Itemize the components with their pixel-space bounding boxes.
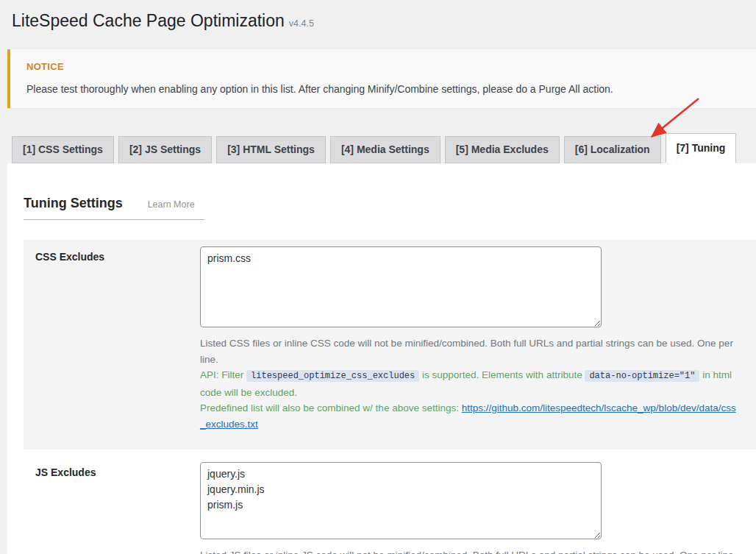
notice-title: NOTICE bbox=[26, 60, 740, 73]
css-excludes-api-line: API: Filter litespeed_optimize_css_exclu… bbox=[200, 367, 741, 400]
section-header: Tuning Settings Learn More bbox=[24, 196, 204, 220]
section-title: Tuning Settings bbox=[24, 196, 123, 211]
api-prefix-text: API: Filter bbox=[200, 369, 243, 380]
filter-code-chip: litespeed_optimize_css_excludes bbox=[246, 370, 419, 382]
attribute-code-chip: data-no-optimize="1" bbox=[585, 370, 699, 382]
js-excludes-desc-line: Listed JS files or inline JS code will n… bbox=[200, 547, 741, 554]
js-excludes-label: JS Excludes bbox=[35, 462, 200, 554]
settings-rows: CSS Excludes prism.css Listed CSS files … bbox=[24, 240, 756, 554]
tab-media-settings[interactable]: [4] Media Settings bbox=[330, 136, 441, 163]
tab-bar: [1] CSS Settings [2] JS Settings [3] HTM… bbox=[12, 133, 756, 163]
css-excludes-label: CSS Excludes bbox=[35, 246, 200, 432]
version-label: v4.4.5 bbox=[289, 18, 314, 29]
css-excludes-desc-line: Listed CSS files or inline CSS code will… bbox=[200, 335, 741, 367]
css-excludes-predefined-line: Predefined list will also be combined w/… bbox=[200, 400, 741, 432]
page-header: LiteSpeed Cache Page Optimizationv4.4.5 bbox=[0, 0, 756, 32]
setting-row-css-excludes: CSS Excludes prism.css Listed CSS files … bbox=[24, 240, 756, 450]
css-excludes-description: Listed CSS files or inline CSS code will… bbox=[200, 335, 741, 432]
tab-js-settings[interactable]: [2] JS Settings bbox=[118, 136, 212, 163]
tab-tuning[interactable]: [7] Tuning bbox=[666, 133, 737, 163]
page-title-text: LiteSpeed Cache Page Optimization bbox=[12, 11, 285, 30]
predefined-text: Predefined list will also be combined w/… bbox=[200, 402, 459, 413]
page-title: LiteSpeed Cache Page Optimizationv4.4.5 bbox=[12, 10, 756, 32]
api-mid-text: is supported. Elements with attribute bbox=[422, 369, 582, 380]
tab-localization[interactable]: [6] Localization bbox=[564, 136, 661, 163]
js-excludes-description: Listed JS files or inline JS code will n… bbox=[200, 547, 741, 554]
learn-more-link[interactable]: Learn More bbox=[148, 199, 195, 210]
notice-banner: NOTICE Please test thoroughly when enabl… bbox=[7, 49, 756, 108]
js-excludes-content: jquery.js jquery.min.js prism.js Listed … bbox=[200, 462, 741, 554]
tab-css-settings[interactable]: [1] CSS Settings bbox=[12, 136, 114, 163]
css-excludes-content: prism.css Listed CSS files or inline CSS… bbox=[200, 246, 741, 432]
tab-media-excludes[interactable]: [5] Media Excludes bbox=[445, 136, 560, 163]
tab-content-panel: Tuning Settings Learn More CSS Excludes … bbox=[7, 163, 756, 554]
setting-row-js-excludes: JS Excludes jquery.js jquery.min.js pris… bbox=[24, 450, 756, 554]
js-excludes-textarea[interactable]: jquery.js jquery.min.js prism.js bbox=[200, 462, 602, 539]
css-excludes-textarea[interactable]: prism.css bbox=[200, 246, 602, 327]
tab-html-settings[interactable]: [3] HTML Settings bbox=[216, 136, 326, 163]
notice-message: Please test thoroughly when enabling any… bbox=[26, 82, 740, 96]
